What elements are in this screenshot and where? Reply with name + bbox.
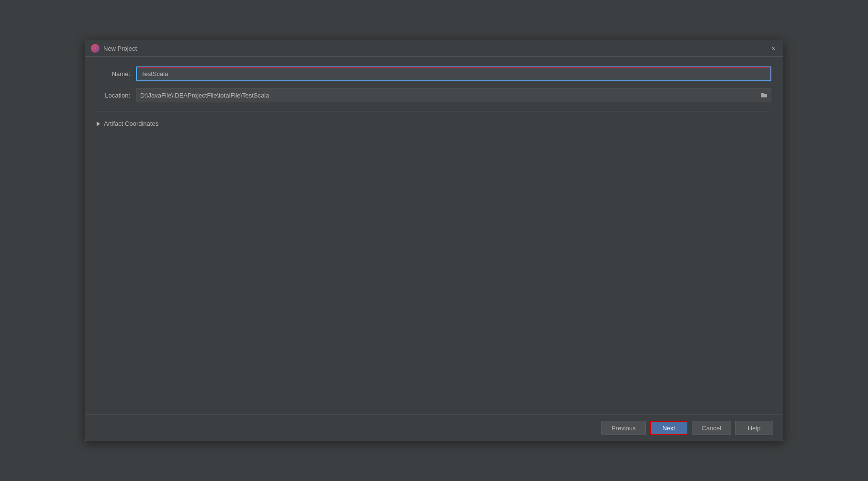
new-project-dialog: New Project × Name: Location: [85, 40, 783, 441]
location-input-wrapper [136, 88, 771, 102]
dialog-footer: Previous Next Cancel Help [85, 415, 783, 441]
name-row: Name: [97, 66, 771, 81]
title-bar: New Project × [85, 40, 783, 57]
cancel-button[interactable]: Cancel [692, 421, 731, 435]
svg-point-0 [93, 46, 98, 51]
artifact-coordinates-label: Artifact Coordinates [104, 120, 158, 127]
browse-folder-button[interactable] [757, 88, 771, 102]
name-label: Name: [97, 70, 130, 77]
previous-button[interactable]: Previous [601, 421, 646, 435]
title-bar-left: New Project [91, 44, 137, 53]
location-row: Location: [97, 88, 771, 102]
dialog-content: Name: Location: Artifact Coordinates [85, 57, 783, 415]
help-button[interactable]: Help [735, 421, 773, 435]
chevron-right-icon [97, 121, 100, 126]
dialog-title: New Project [103, 45, 137, 52]
name-input-border [136, 66, 771, 81]
name-input[interactable] [137, 67, 770, 80]
content-spacer [97, 134, 771, 405]
artifact-coordinates-section[interactable]: Artifact Coordinates [97, 120, 771, 127]
location-label: Location: [97, 92, 130, 99]
location-input[interactable] [136, 89, 757, 101]
close-button[interactable]: × [769, 44, 777, 52]
separator [97, 111, 771, 111]
next-button[interactable]: Next [650, 421, 688, 435]
app-icon [91, 44, 100, 53]
